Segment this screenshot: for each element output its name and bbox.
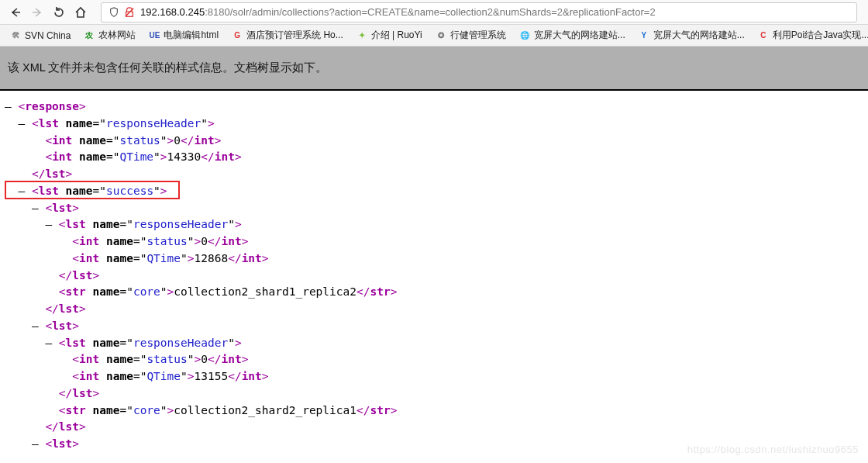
bookmark-item-3[interactable]: G酒店预订管理系统 Ho...: [225, 29, 350, 42]
bookmark-item-6[interactable]: 🌐宽屏大气的网络建站...: [512, 29, 632, 42]
xml-line: </lst>: [5, 385, 863, 403]
home-icon: [74, 6, 87, 19]
xml-line: – <lst name="responseHeader">: [5, 335, 863, 352]
bookmark-icon: UE: [148, 29, 160, 42]
bookmark-icon: C: [757, 29, 770, 42]
bookmark-icon: ✦: [356, 29, 368, 42]
xml-line: <str name="core">collection2_shard1_repl…: [5, 284, 863, 301]
xml-line: <int name="status">0</int>: [5, 351, 863, 368]
shield-icon: [106, 7, 122, 18]
bookmarks-bar: 🛠SVN China农农林网站UE电脑编辑htmlG酒店预订管理系统 Ho...…: [0, 25, 868, 47]
bookmark-item-7[interactable]: Y宽屏大气的网络建站...: [632, 29, 751, 42]
xml-line: <int name="status">0</int>: [5, 133, 863, 150]
reload-button[interactable]: [48, 2, 70, 23]
arrow-right-icon: [31, 6, 43, 19]
reload-icon: [53, 6, 65, 19]
bookmark-label: 电脑编辑html: [164, 29, 219, 42]
bookmark-label: 农林网站: [98, 29, 136, 42]
xml-line: – <lst>: [5, 200, 863, 217]
bookmark-label: 行健管理系统: [450, 29, 506, 42]
address-bar[interactable]: 192.168.0.245:8180/solr/admin/collection…: [101, 2, 857, 22]
back-button[interactable]: [5, 2, 26, 23]
xml-line: <int name="QTime">14330</int>: [5, 149, 863, 166]
xml-line: <int name="QTime">13155</int>: [5, 368, 863, 385]
url-text: 192.168.0.245:8180/solr/admin/collection…: [137, 6, 852, 18]
bookmark-label: 酒店预订管理系统 Ho...: [246, 29, 343, 42]
xml-info-message: 该 XML 文件并未包含任何关联的样式信息。文档树显示如下。: [0, 47, 868, 91]
bookmark-item-0[interactable]: 🛠SVN China: [3, 29, 77, 42]
bookmark-label: 介绍 | RuoYi: [371, 29, 422, 42]
bookmark-label: 宽屏大气的网络建站...: [653, 29, 745, 42]
bookmark-label: SVN China: [25, 30, 71, 41]
arrow-left-icon: [9, 6, 22, 19]
xml-line: – <lst name="responseHeader">: [5, 216, 863, 233]
bookmark-item-2[interactable]: UE电脑编辑html: [142, 29, 225, 42]
bookmark-label: 宽屏大气的网络建站...: [534, 29, 625, 42]
bookmark-item-5[interactable]: ✪行健管理系统: [429, 29, 512, 42]
xml-line: <str name="core">collection2_shard2_repl…: [5, 403, 863, 420]
xml-line: – <lst>: [5, 318, 863, 335]
bookmark-icon: 🛠: [9, 29, 22, 42]
xml-line: </lst>: [5, 301, 863, 318]
bookmark-item-4[interactable]: ✦介绍 | RuoYi: [350, 29, 429, 42]
xml-line: </lst>: [5, 268, 863, 285]
bookmark-item-1[interactable]: 农农林网站: [77, 29, 142, 42]
xml-viewer: https://blog.csdn.net/lushizhuo9655 – <r…: [0, 91, 868, 461]
bookmark-icon: 农: [83, 29, 95, 42]
bookmark-item-8[interactable]: C利用Poi结合Java实现...: [751, 29, 868, 42]
url-host: 192.168.0.245: [140, 6, 205, 18]
xml-line: – <lst name="responseHeader">: [5, 116, 863, 133]
xml-line: <int name="QTime">12868</int>: [5, 251, 863, 268]
xml-line: <int name="status">0</int>: [5, 233, 863, 251]
xml-line: – <lst name="success">: [5, 183, 863, 200]
bookmark-icon: Y: [638, 29, 650, 42]
bookmark-icon: 🌐: [518, 29, 531, 42]
xml-line: – <response>: [5, 98, 863, 116]
xml-line: </lst>: [5, 419, 863, 436]
bookmark-label: 利用Poi结合Java实现...: [773, 29, 868, 42]
browser-toolbar: 192.168.0.245:8180/solr/admin/collection…: [0, 0, 868, 25]
insecure-icon: [122, 7, 137, 18]
xml-line: – <lst>: [5, 436, 863, 453]
url-path: :8180/solr/admin/collections?action=CREA…: [205, 6, 655, 18]
forward-button[interactable]: [26, 2, 48, 23]
bookmark-icon: G: [231, 29, 243, 42]
home-button[interactable]: [70, 2, 91, 23]
xml-line: </lst>: [5, 166, 863, 183]
bookmark-icon: ✪: [435, 29, 447, 42]
